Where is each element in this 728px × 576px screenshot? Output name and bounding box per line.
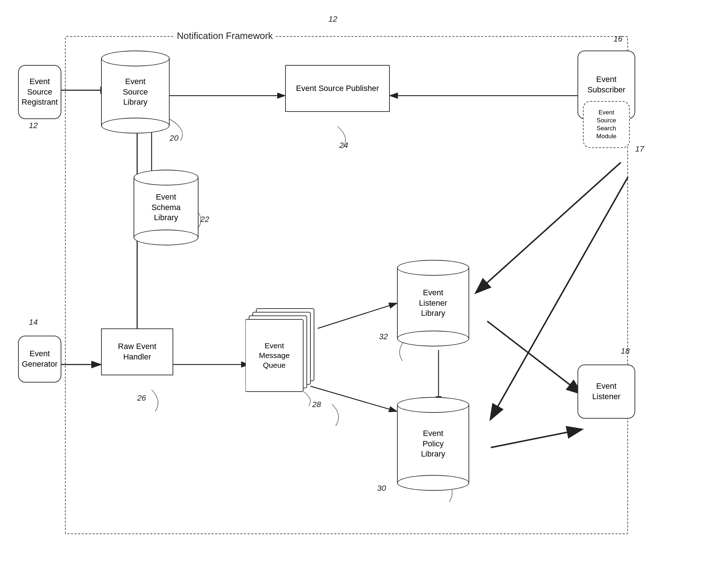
ref-30: 30	[377, 484, 386, 493]
ref-12: 12	[29, 121, 38, 130]
svg-text:28: 28	[312, 400, 321, 408]
ref-17: 17	[635, 144, 644, 154]
event-source-publisher: Event Source Publisher	[285, 65, 390, 112]
svg-text:Message: Message	[259, 351, 289, 359]
diagram-container: 12 Notification Framework EventSourceReg…	[14, 14, 711, 563]
event-policy-library: EventPolicyLibrary	[397, 397, 469, 491]
ref-24: 24	[339, 141, 348, 150]
event-listener-library: EventListenerLibrary	[397, 260, 469, 346]
ref-16: 16	[614, 34, 622, 44]
framework-label: Notification Framework	[174, 30, 276, 42]
ref-20: 20	[170, 134, 178, 143]
ref-14: 14	[29, 318, 38, 327]
ref-10: 12	[328, 14, 337, 24]
event-listener: EventListener	[577, 365, 635, 419]
ref-18: 18	[621, 346, 629, 356]
ref-32: 32	[379, 332, 388, 341]
raw-event-handler: Raw EventHandler	[101, 328, 173, 375]
svg-text:Event: Event	[265, 341, 284, 350]
ref-22: 22	[200, 215, 209, 224]
ref-26: 26	[137, 393, 146, 403]
event-source-library: EventSourceLibrary	[101, 51, 170, 134]
svg-text:Queue: Queue	[263, 361, 285, 369]
event-schema-library: EventSchemaLibrary	[134, 170, 199, 245]
event-source-registrant: EventSourceRegistrant	[18, 65, 61, 119]
event-source-search-module: EventSourceSearchModule	[583, 101, 630, 148]
event-message-queue-svg: Event Message Queue 28	[245, 307, 325, 408]
event-generator: EventGenerator	[18, 336, 61, 383]
